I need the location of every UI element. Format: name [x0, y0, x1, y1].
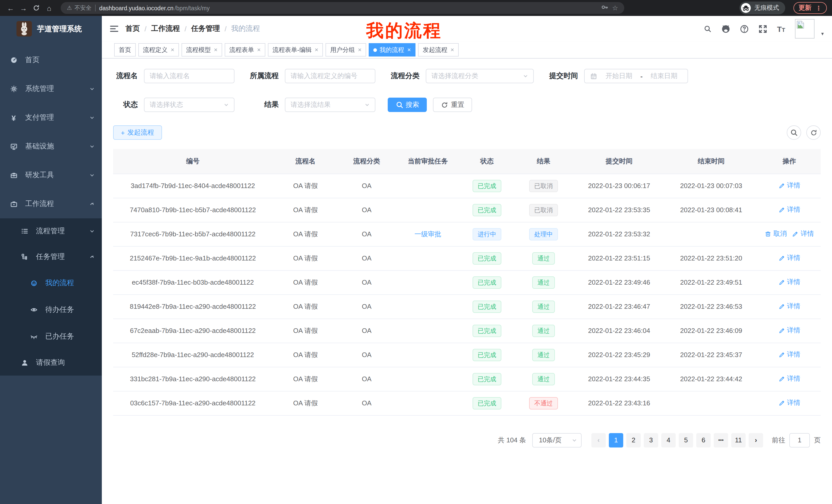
chevron-down-icon[interactable]: ▾ [821, 31, 824, 36]
page-ellipsis[interactable]: ••• [714, 433, 728, 447]
address-bar[interactable]: ⚠不安全 dashboard.yudao.iocoder.cn/bpm/task… [61, 2, 624, 14]
browser-update-button[interactable]: 更新 ⋮ [794, 2, 827, 14]
task-link[interactable]: 一级审批 [414, 229, 441, 239]
sidebar-item-process-management[interactable]: 流程管理 [0, 218, 102, 244]
tab-process-model[interactable]: 流程模型× [182, 43, 222, 57]
close-icon[interactable]: × [315, 46, 318, 53]
close-icon[interactable]: × [214, 46, 217, 53]
close-icon[interactable]: × [358, 46, 362, 53]
tab-process-definition[interactable]: 流程定义× [138, 43, 179, 57]
breadcrumb-item[interactable]: 工作流程 [151, 24, 180, 33]
sidebar-item-infrastructure[interactable]: 基础设施 [0, 132, 102, 161]
sidebar-item-home[interactable]: 首页 [0, 46, 102, 75]
page-button-2[interactable]: 2 [626, 433, 641, 447]
fullscreen-icon[interactable] [758, 24, 767, 33]
status-tag: 已完成 [473, 179, 501, 192]
process-definition-input[interactable]: 请输入流程定义的编号 [285, 69, 375, 83]
browser-reload-icon[interactable] [31, 3, 42, 13]
breadcrumb-item[interactable]: 首页 [126, 24, 140, 33]
chevron-down-icon [89, 144, 95, 149]
page-button-5[interactable]: 5 [679, 433, 693, 447]
page-button-4[interactable]: 4 [661, 433, 676, 447]
font-size-icon[interactable]: TT [777, 24, 785, 33]
cell-id: 819442e8-7b9a-11ec-a290-acde48001122 [113, 295, 272, 318]
page-button-3[interactable]: 3 [644, 433, 658, 447]
table-header-row: 编号流程名流程分类当前审批任务状态结果提交时间结束时间操作 [113, 149, 821, 174]
page-button-1[interactable]: 1 [609, 433, 623, 447]
sidebar-item-workflow[interactable]: 工作流程 [0, 190, 102, 218]
page-button-6[interactable]: 6 [696, 433, 711, 447]
sidebar-item-label: 我的流程 [45, 278, 74, 288]
cell-end-time [665, 222, 758, 246]
result-tag: 已取消 [529, 179, 558, 192]
prev-page-button[interactable]: ‹ [591, 433, 606, 447]
cancel-link[interactable]: 取消 [765, 229, 787, 239]
breadcrumb-item[interactable]: 任务管理 [191, 24, 220, 33]
divider [95, 5, 96, 11]
create-process-button[interactable]: +发起流程 [113, 125, 162, 140]
cell-submit-time: 2022-01-22 23:45:29 [574, 343, 665, 367]
detail-link[interactable]: 详情 [778, 326, 800, 335]
filter-row-1: 流程名 请输入流程名 所属流程 请输入流程定义的编号 流程分类 请选择流程分类 … [113, 69, 821, 83]
sidebar-item-leave-query[interactable]: 请假查询 [0, 350, 102, 375]
cell-submit-time: 2022-01-22 23:53:35 [574, 198, 665, 222]
sidebar-item-todo-tasks[interactable]: 待办任务 [0, 297, 102, 323]
browser-home-icon[interactable]: ⌂ [44, 3, 54, 13]
sidebar-item-system[interactable]: 系统管理 [0, 75, 102, 103]
sidebar-item-dev-tools[interactable]: 研发工具 [0, 161, 102, 190]
search-button[interactable]: 搜索 [388, 97, 427, 112]
close-icon[interactable]: × [257, 46, 261, 53]
sidebar-item-payment[interactable]: ¥支付管理 [0, 103, 102, 132]
page-size-select[interactable]: 10条/页 [532, 433, 581, 447]
status-select[interactable]: 请选择状态 [144, 97, 234, 112]
bookmark-star-icon[interactable]: ☆ [612, 4, 618, 12]
browser-back-icon[interactable]: ← [5, 3, 16, 13]
show-search-button[interactable] [787, 125, 801, 140]
reset-button[interactable]: 重置 [433, 97, 472, 112]
detail-link[interactable]: 详情 [778, 302, 800, 311]
detail-link[interactable]: 详情 [778, 181, 800, 190]
app-logo-row[interactable]: 芋道管理系统 [0, 16, 102, 41]
tab-user-group[interactable]: 用户分组× [326, 43, 366, 57]
page-button-11[interactable]: 11 [731, 433, 746, 447]
help-icon[interactable] [740, 24, 749, 33]
detail-link[interactable]: 详情 [778, 254, 800, 263]
tab-home[interactable]: 首页 [114, 43, 136, 57]
detail-link[interactable]: 详情 [778, 205, 800, 215]
process-category-select[interactable]: 请选择流程分类 [426, 69, 534, 83]
sidebar-item-my-process[interactable]: 我的流程 [0, 270, 102, 297]
refresh-list-button[interactable] [806, 125, 821, 140]
security-warning[interactable]: ⚠不安全 [67, 4, 92, 12]
tab-my-process[interactable]: 我的流程× [369, 43, 415, 57]
github-icon[interactable] [722, 24, 730, 33]
briefcase-icon [10, 200, 18, 208]
password-key-icon[interactable] [601, 4, 608, 12]
tab-process-form-edit[interactable]: 流程表单-编辑× [268, 43, 323, 57]
avatar[interactable] [795, 19, 814, 38]
cell-process-name: OA 请假 [272, 270, 338, 295]
next-page-button[interactable]: › [749, 433, 763, 447]
filter-status-label: 状态 [113, 100, 138, 109]
result-select[interactable]: 请选择流结果 [285, 97, 375, 112]
close-icon[interactable]: × [171, 46, 174, 53]
cell-end-time [665, 391, 758, 415]
close-icon[interactable]: × [450, 46, 454, 53]
tab-start-process[interactable]: 发起流程× [418, 43, 459, 57]
search-icon[interactable] [703, 24, 712, 33]
browser-menu-icon[interactable]: ⋮ [815, 4, 822, 11]
submit-time-range-picker[interactable]: 开始日期 - 结束日期 [584, 69, 688, 83]
sidebar-item-done-tasks[interactable]: 已办任务 [0, 323, 102, 350]
tab-process-form[interactable]: 流程表单× [225, 43, 265, 57]
goto-page-input[interactable]: 1 [789, 433, 810, 447]
browser-forward-icon[interactable]: → [18, 3, 29, 13]
process-name-input[interactable]: 请输入流程名 [144, 69, 234, 83]
detail-link[interactable]: 详情 [792, 229, 814, 239]
sidebar-item-task-management[interactable]: 任务管理 [0, 244, 102, 270]
detail-link[interactable]: 详情 [778, 278, 800, 287]
detail-link[interactable]: 详情 [778, 374, 800, 384]
detail-link[interactable]: 详情 [778, 398, 800, 408]
close-icon[interactable]: × [407, 46, 411, 53]
column-header: 状态 [461, 149, 513, 174]
hamburger-icon[interactable] [110, 26, 118, 32]
detail-link[interactable]: 详情 [778, 350, 800, 359]
